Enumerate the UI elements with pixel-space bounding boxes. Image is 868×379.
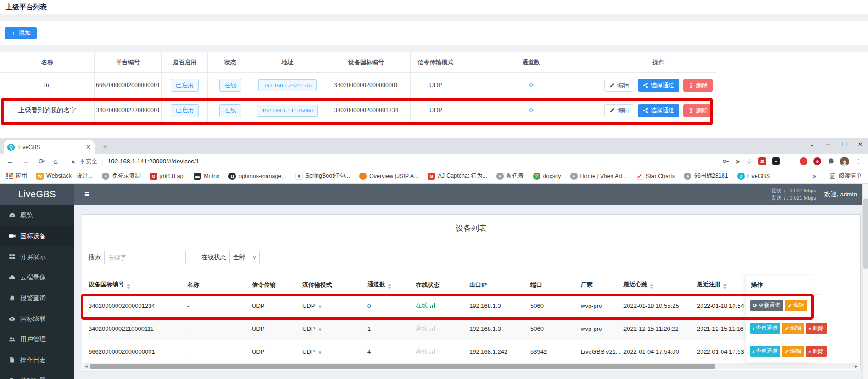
tab-close-icon[interactable]: ✕ bbox=[86, 144, 91, 150]
cell-transport: UDP bbox=[411, 73, 461, 98]
platform-toolbar: ＋ 添加 bbox=[0, 21, 868, 45]
scroll-right-icon[interactable]: ► bbox=[854, 364, 858, 369]
ext-js-icon[interactable]: JS bbox=[758, 157, 766, 165]
reading-list-icon bbox=[829, 173, 836, 179]
vertical-scrollbar[interactable] bbox=[862, 184, 868, 379]
window-restore-icon[interactable]: ⌄ bbox=[809, 141, 815, 148]
send-icon[interactable]: ➤ bbox=[735, 158, 741, 165]
ext-fehelper-icon[interactable] bbox=[786, 157, 794, 165]
cell-heartbeat: 2021-12-15 11:20:22 bbox=[623, 317, 697, 340]
bookmark-jsip[interactable]: Overview (JSIP A... bbox=[359, 173, 418, 180]
window-maximize-icon[interactable]: ☐ bbox=[841, 141, 847, 148]
security-label[interactable]: 不安全 bbox=[79, 157, 97, 166]
ext-adblock-icon[interactable] bbox=[800, 157, 807, 165]
add-platform-button[interactable]: ＋ 添加 bbox=[5, 27, 37, 39]
bookmark-webstack[interactable]: WWebstack - 设计... bbox=[36, 172, 93, 180]
online-status-link[interactable]: 离线 bbox=[416, 324, 435, 333]
url-text[interactable]: 192.168.1.141:20000/#/devices/1 bbox=[108, 158, 200, 165]
col-last-heartbeat[interactable]: 最近心跳 bbox=[623, 276, 697, 294]
sidebar-item-user-management[interactable]: 用户管理 bbox=[0, 329, 74, 350]
bookmark-motrix[interactable]: ▬Motrix bbox=[194, 173, 219, 180]
bookmark-springboot[interactable]: ❖SpringBoot打包... bbox=[295, 172, 350, 180]
delete-button[interactable]: 删除 bbox=[683, 79, 713, 92]
view-channels-button[interactable]: i查看通道 bbox=[750, 346, 780, 357]
bookmark-gb28181[interactable]: ●66国标28181 bbox=[684, 172, 728, 180]
new-tab-button[interactable]: ＋ bbox=[101, 141, 109, 152]
cell-vendor: LiveGBS v21... bbox=[581, 340, 623, 363]
select-channel-label: 选择通道 bbox=[651, 81, 674, 89]
address-badge: 192.168.1.242:1506 bbox=[258, 79, 316, 91]
hamburger-menu-icon[interactable]: ≡ bbox=[84, 190, 89, 199]
browser-tab[interactable]: Q LiveGBS ✕ bbox=[4, 140, 95, 154]
key-icon[interactable] bbox=[723, 158, 729, 165]
search-input[interactable] bbox=[104, 251, 186, 264]
bookmark-palette[interactable]: ●配色表 bbox=[496, 172, 524, 180]
back-icon[interactable]: ← bbox=[6, 157, 14, 166]
forward-icon[interactable]: → bbox=[22, 157, 30, 166]
bookmark-apps[interactable]: 应用 bbox=[6, 172, 27, 180]
scroll-left-icon[interactable]: ◄ bbox=[84, 364, 88, 369]
cell-vendor: wvp-pro bbox=[581, 317, 623, 340]
bookmark-star-icon[interactable]: ☆ bbox=[746, 158, 752, 165]
bookmark-starcharts[interactable]: Star Charts bbox=[636, 173, 675, 180]
motrix-favicon-icon: ▬ bbox=[194, 173, 201, 180]
edit-button[interactable]: 编辑 bbox=[782, 323, 804, 334]
reload-icon[interactable]: ⟳ bbox=[39, 157, 45, 166]
address-bar[interactable]: ▲ 不安全 │ 192.168.1.141:20000/#/devices/1 bbox=[70, 157, 717, 166]
cell-stream-mode[interactable]: UDP∨ bbox=[302, 317, 367, 340]
edit-button[interactable]: 编辑 bbox=[604, 79, 634, 92]
browser-window: Q LiveGBS ✕ ＋ ⌄ ─ ☐ ✕ ← → ⟳ ⌂ ▲ 不安全 │ 19… bbox=[0, 138, 868, 379]
view-channels-button[interactable]: i查看通道 bbox=[750, 323, 780, 334]
bookmark-jdk-api[interactable]: Ojdk1.8 api bbox=[150, 173, 185, 180]
extensions-puzzle-icon[interactable] bbox=[827, 158, 834, 165]
online-status-link[interactable]: 离线 bbox=[416, 347, 435, 356]
bookmark-vben[interactable]: ●Home | Vben Ad... bbox=[570, 173, 627, 180]
online-status-select[interactable]: 全部 ∨ bbox=[229, 251, 260, 264]
sidebar-item-gb-devices[interactable]: 国标设备 bbox=[0, 226, 74, 246]
horizontal-scrollbar[interactable]: ◄ ► bbox=[83, 363, 859, 369]
home-icon[interactable]: ⌂ bbox=[53, 157, 58, 166]
window-minimize-icon[interactable]: ─ bbox=[825, 141, 831, 148]
browser-menu-icon[interactable]: ⋮ bbox=[855, 158, 862, 165]
cell-stream-mode[interactable]: UDP∨ bbox=[302, 340, 367, 363]
col-device-gb-id[interactable]: 设备国标编号 bbox=[89, 276, 187, 294]
reading-list-button[interactable]: 阅读清单 bbox=[829, 172, 862, 180]
ext-infinity-icon[interactable]: ∞ bbox=[772, 157, 780, 165]
bookmark-docsify[interactable]: ツdocsify bbox=[533, 173, 561, 180]
delete-button[interactable]: ×删除 bbox=[806, 346, 826, 357]
sidebar-item-basic-config[interactable]: 基础配置 bbox=[0, 370, 74, 379]
users-icon bbox=[8, 336, 16, 343]
address-divider: │ bbox=[100, 158, 105, 165]
col-name: 名称 bbox=[187, 276, 252, 294]
caret-down-icon: ∨ bbox=[318, 326, 322, 332]
close-icon: × bbox=[808, 349, 811, 354]
sidebar-item-cloud-record[interactable]: 云端录像 bbox=[0, 267, 74, 288]
bookmark-ajcaptcha[interactable]: GAJ-Captcha: 行为... bbox=[428, 172, 487, 180]
profile-avatar[interactable] bbox=[840, 157, 849, 166]
ext-shield-icon[interactable]: ⊘ bbox=[813, 157, 821, 165]
sidebar-item-operation-log[interactable]: 操作日志 bbox=[0, 350, 74, 370]
sort-icon bbox=[388, 284, 391, 289]
search-label: 搜索 bbox=[89, 253, 101, 262]
col-transport: 信令传输模式 bbox=[411, 52, 461, 73]
caret-down-icon: ∨ bbox=[318, 349, 322, 355]
sidebar-item-overview[interactable]: 概览 bbox=[0, 205, 74, 226]
bookmark-optimus[interactable]: Ωoptimus-manage... bbox=[228, 173, 286, 180]
scrollbar-thumb[interactable] bbox=[90, 364, 715, 369]
welcome-user[interactable]: 欢迎, admin bbox=[824, 190, 857, 199]
bookmark-copy[interactable]: ●免登录复制 bbox=[102, 172, 141, 180]
col-channel-count[interactable]: 通道数 bbox=[367, 276, 416, 294]
app-header: ≡ 接收 ↑ : 0.037 Mbps 发送 ↓ : 0.021 Mbps 欢迎… bbox=[74, 184, 868, 205]
sidebar-item-gb-cascade[interactable]: 国标级联 bbox=[0, 308, 74, 329]
sidebar-item-split-screen[interactable]: 分屏展示 bbox=[0, 246, 74, 267]
bookmarks-overflow-chevron[interactable]: » bbox=[813, 173, 816, 179]
edit-button[interactable]: 编辑 bbox=[782, 346, 804, 357]
scrollbar-thumb[interactable] bbox=[863, 198, 868, 269]
select-channel-button[interactable]: 选择通道 bbox=[638, 79, 679, 92]
sidebar-item-alarm-query[interactable]: 报警查询 bbox=[0, 288, 74, 308]
bookmark-livegbs[interactable]: QLiveGBS bbox=[737, 173, 770, 180]
caret-down-icon: ∨ bbox=[253, 255, 256, 260]
delete-button[interactable]: ×删除 bbox=[806, 323, 826, 334]
sidebar: LiveGBS 概览 国标设备 分屏展示 云端录像 bbox=[0, 184, 74, 379]
window-close-icon[interactable]: ✕ bbox=[857, 141, 863, 148]
